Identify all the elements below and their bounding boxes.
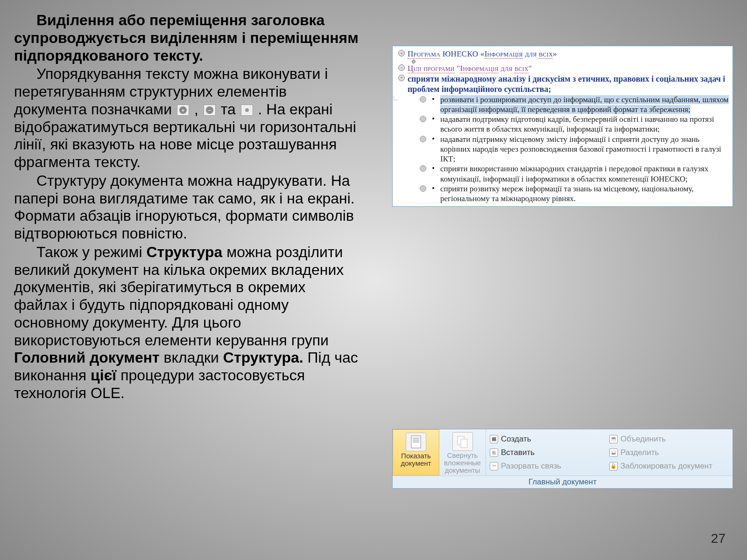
lock-button[interactable]: 🔒Заблокировать документ [609,459,729,473]
svg-rect-2 [413,440,419,441]
create-button[interactable]: ▦Создать [490,432,609,446]
create-icon: ▦ [490,435,498,443]
outline-h3: сприяти міжнародному аналізу і дискусіям… [408,74,729,95]
unlink-button[interactable]: ✂Разорвать связь [490,459,609,473]
collapse-subdocs-button[interactable]: Свернуть вложенные документы [439,429,486,476]
para-3: Структуру документа можна надрукувати. Н… [14,172,359,243]
bullet-dot-icon [420,96,426,103]
document-icon [406,433,426,451]
unlink-icon: ✂ [490,462,498,470]
svg-rect-1 [413,438,419,439]
outline-bullet: • сприяти використанню міжнародних станд… [395,164,729,184]
lock-icon: 🔒 [609,462,618,470]
outline-h1: Програма ЮНЕСКО «Інформація для всіх» [408,49,729,59]
plus-marker-icon: + [177,105,189,116]
dot-icon [412,60,416,63]
body-text: Виділення або переміщення заголовка супр… [14,12,359,403]
outline-bullet: • розвивати і розширювати доступ до інфо… [395,95,729,115]
svg-rect-5 [461,439,467,448]
svg-rect-3 [413,441,419,442]
ribbon-group-label: Главный документ [393,476,733,488]
outline-bullet: • сприяти розвитку мереж інформації та з… [395,184,729,204]
bullet-dot-icon [420,136,426,142]
outline-bullet: • надавати подтримку підготовці кадрів, … [395,114,729,134]
outline-h2: Цілі програми "Інформація для всіх" [408,63,729,73]
bullet-dot-icon [420,185,426,192]
para-4: Також у режимі Структура можна розділити… [14,244,359,402]
minus-marker-icon: − [204,105,216,116]
expand-icon: + [398,50,405,56]
split-button[interactable]: ⬓Разделить [609,446,729,459]
outline-corner-icon [394,96,398,100]
ribbon-screenshot: Показать документ Свернуть вложенные док… [392,429,733,489]
collapse-icon: − [398,64,405,71]
split-icon: ⬓ [609,448,618,457]
outline-screenshot: + Програма ЮНЕСКО «Інформація для всіх» … [392,46,733,207]
expand-icon: + [398,75,405,81]
outline-bullet: • надавати підтримку місцевому змісту ін… [395,134,729,164]
bullet-dot-icon [420,116,426,122]
collapse-icon [452,432,473,451]
merge-icon: ⬒ [609,435,618,443]
bullet-dot-icon [420,165,426,172]
insert-icon: ⎘ [490,448,498,457]
page-number: 27 [711,531,726,546]
show-document-button[interactable]: Показать документ [393,429,439,476]
dot-marker-icon [241,105,253,116]
insert-button[interactable]: ⎘Вставить [490,446,609,459]
merge-button[interactable]: ⬒Объединить [609,432,729,446]
para-2: Упорядкування тексту можна виконувати і … [14,65,359,171]
para-1-bold: Виділення або переміщення заголовка супр… [14,12,359,64]
